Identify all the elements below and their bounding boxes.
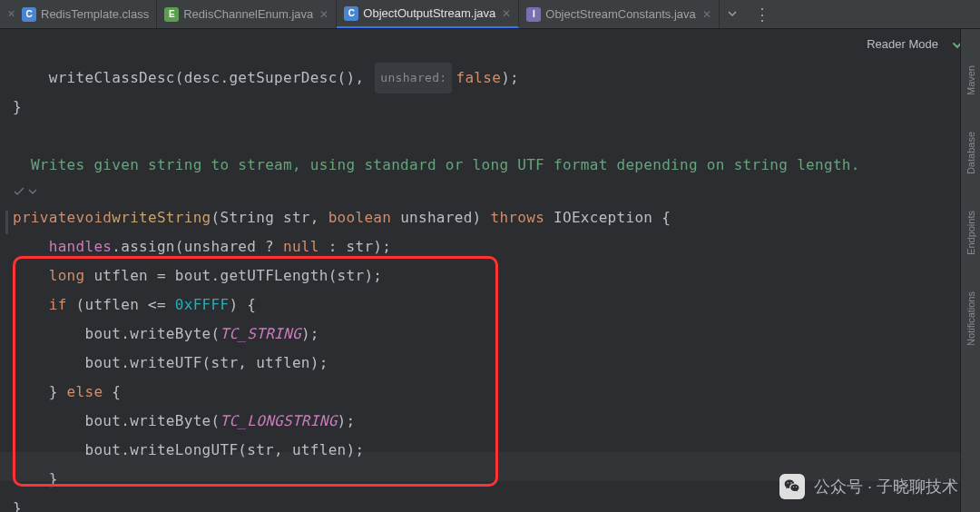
watermark: 公众号 · 子晓聊技术 <box>779 474 958 499</box>
close-icon[interactable]: ✕ <box>7 8 15 20</box>
tab-label: ObjectStreamConstants.java <box>545 7 695 21</box>
tab-label: RedisChannelEnum.java <box>183 7 313 21</box>
tab-label: RedisTemplate.class <box>41 7 149 21</box>
enum-icon: E <box>164 7 179 22</box>
close-icon[interactable]: ✕ <box>702 8 711 21</box>
code-line: bout.writeLongUTF(str, utflen); <box>0 436 980 465</box>
class-icon: C <box>22 7 36 22</box>
code-line: private void writeString(String str, boo… <box>0 203 980 232</box>
breadcrumb-gutter <box>0 180 980 203</box>
doc-comment: Writes given string to stream, using sta… <box>0 151 980 180</box>
code-line: bout.writeByte(TC_STRING); <box>0 320 980 349</box>
close-icon[interactable]: ✕ <box>319 8 328 21</box>
code-editor[interactable]: writeClassDesc(desc.getSuperDesc(), unsh… <box>0 58 980 512</box>
code-line: long utflen = bout.getUTFLength(str); <box>0 261 980 290</box>
interface-icon: I <box>526 7 541 22</box>
code-line: } else { <box>0 378 980 407</box>
code-line: writeClassDesc(desc.getSuperDesc(), unsh… <box>0 64 980 93</box>
tab-menu-icon[interactable]: ⋮ <box>745 5 778 25</box>
wechat-icon <box>779 474 805 499</box>
check-icon <box>13 185 25 198</box>
code-line-blank <box>0 122 980 151</box>
reader-mode-toggle[interactable]: Reader Mode <box>867 37 938 51</box>
reader-mode-bar: Reader Mode <box>0 29 980 58</box>
code-line: bout.writeByte(TC_LONGSTRING); <box>0 407 980 436</box>
code-line: if (utflen <= 0xFFFF) { <box>0 290 980 320</box>
tab-objectoutputstream[interactable]: C ObjectOutputStream.java ✕ <box>337 0 519 28</box>
tab-overflow-chevron[interactable] <box>720 6 745 22</box>
chevron-down-icon[interactable] <box>28 187 37 196</box>
tab-label: ObjectOutputStream.java <box>363 6 495 20</box>
editor-tab-bar: ✕ C RedisTemplate.class E RedisChannelEn… <box>0 0 980 29</box>
inline-hint: unshared: <box>375 63 452 94</box>
tab-objectstreamconstants[interactable]: I ObjectStreamConstants.java ✕ <box>519 0 719 28</box>
code-line: handles.assign(unshared ? null : str); <box>0 232 980 261</box>
code-line: bout.writeUTF(str, utflen); <box>0 349 980 378</box>
close-icon[interactable]: ✕ <box>502 7 511 20</box>
watermark-text: 公众号 · 子晓聊技术 <box>814 476 958 497</box>
class-icon: C <box>344 6 358 21</box>
tab-redistemplate[interactable]: ✕ C RedisTemplate.class <box>0 0 157 28</box>
tab-redischannelenum[interactable]: E RedisChannelEnum.java ✕ <box>157 0 337 28</box>
code-line: } <box>0 93 980 122</box>
